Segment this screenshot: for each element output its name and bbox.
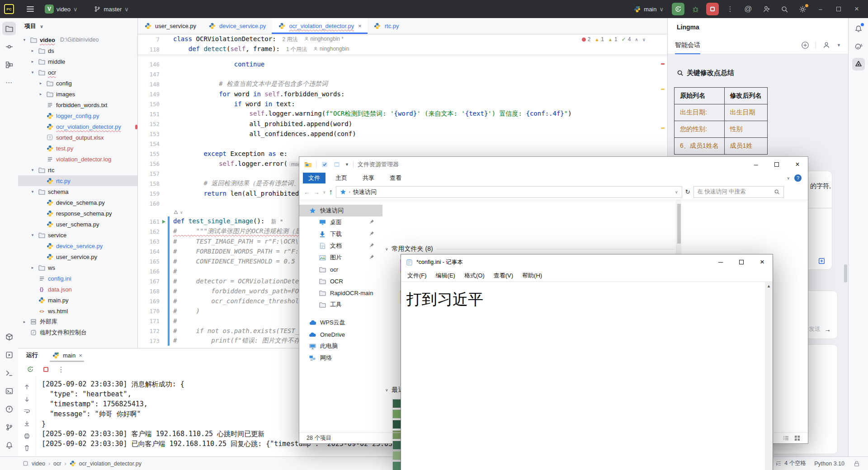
sidebar-item-图片[interactable]: 图片 (299, 252, 382, 263)
chevron-icon[interactable]: ▾ (30, 233, 35, 237)
commit-icon[interactable] (2, 40, 16, 53)
tree-item-device-schema-py[interactable]: device_schema.py (18, 197, 137, 208)
author-annotation[interactable]: ninghongbin * (304, 36, 344, 42)
chevron-icon[interactable]: ▸ (38, 81, 43, 85)
structure-icon[interactable] (2, 58, 16, 71)
properties-check-icon[interactable] (321, 160, 329, 169)
explorer-minimize-button[interactable]: ─ (745, 157, 766, 172)
clear-console-icon[interactable] (23, 444, 31, 452)
sidebar-item-网络[interactable]: 网络 (299, 352, 382, 364)
close-icon[interactable]: × (358, 23, 362, 29)
maximize-button[interactable] (832, 2, 845, 16)
interpreter-widget[interactable]: Python 3.10 (814, 461, 844, 467)
notepad-title-bar[interactable]: *config.ini - 记事本 ─ × (401, 254, 773, 270)
version-control-icon[interactable] (2, 420, 16, 434)
notepad-close-button[interactable]: × (752, 254, 773, 270)
soft-wrap-icon[interactable] (23, 407, 31, 415)
chevron-icon[interactable]: ▸ (38, 92, 43, 96)
stop-icon[interactable] (42, 365, 50, 373)
sidebar-item-ocr[interactable]: OCR (299, 275, 382, 287)
notepad-scrollbar[interactable]: ▲ (765, 282, 773, 470)
tree-item-response-schema-py[interactable]: response_schema.py (18, 208, 137, 219)
debug-button[interactable] (689, 3, 702, 15)
chevron-icon[interactable]: ▾ (30, 168, 35, 172)
breadcrumb-item-ocr-violation-detector-py[interactable]: ocr_violation_detector.py (79, 461, 142, 467)
tree-item-test-py[interactable]: test.py (18, 143, 137, 154)
ribbon-tab-文件[interactable]: 文件 (303, 173, 326, 183)
close-icon[interactable]: × (79, 352, 82, 359)
explorer-maximize-button[interactable] (766, 157, 787, 172)
explorer-close-button[interactable]: × (787, 157, 808, 172)
prev-issue-icon[interactable]: ∧ (635, 37, 638, 42)
add-user-icon[interactable] (760, 2, 773, 16)
breadcrumb-item-video[interactable]: video (32, 461, 45, 467)
services-icon[interactable] (2, 348, 16, 362)
chevron-icon[interactable]: ▾ (30, 70, 35, 75)
up-icon[interactable]: ↑ (329, 188, 333, 196)
tree-item-data-json[interactable]: {}data.json (18, 284, 137, 295)
collapse-section-icon[interactable]: ∨ (385, 388, 388, 392)
ribbon-tab-查看[interactable]: 查看 (384, 173, 407, 183)
new-chat-icon[interactable] (801, 41, 809, 49)
breadcrumb-item-ocr[interactable]: ocr (53, 461, 61, 467)
sticky-line[interactable]: 118 def detect(self, frame):1 个用法ninghon… (138, 44, 667, 54)
problems-icon[interactable] (2, 402, 16, 416)
sidebar-item-rapidocr-main[interactable]: RapidOCR-main (299, 287, 382, 299)
sidebar-item-下载[interactable]: 下载 (299, 228, 382, 240)
sidebar-item-文档[interactable]: 文档 (299, 240, 382, 252)
tree-item-rtc-py[interactable]: rtc.py (18, 175, 137, 186)
chevron-icon[interactable]: ▸ (30, 48, 35, 53)
sidebar-item-工具[interactable]: 工具 (299, 299, 382, 310)
menu-文件-f[interactable]: 文件(F) (404, 270, 430, 281)
notifications-icon[interactable] (2, 438, 16, 452)
tree-item-config-ini[interactable]: config.ini (18, 273, 137, 284)
packages-icon[interactable] (2, 330, 16, 343)
stop-button[interactable] (706, 3, 719, 15)
explorer-title-bar[interactable]: ▼ 文件资源管理器 ─ × (299, 157, 808, 172)
forward-icon[interactable]: → (313, 188, 320, 196)
tree-item-service[interactable]: ▾service (18, 230, 137, 240)
tree-item-user-service-py[interactable]: user_service.py (18, 251, 137, 262)
run-line-icon[interactable] (160, 219, 168, 224)
send-arrow-icon[interactable]: → (824, 325, 831, 333)
chevron-icon[interactable]: ▾ (22, 38, 27, 42)
usage-hint[interactable]: 1 个用法 (286, 46, 307, 53)
help-icon[interactable]: ? (794, 174, 802, 182)
scroll-up-icon[interactable]: ▲ (765, 282, 773, 290)
code-line[interactable]: 152 all_prohibited.append(word) (138, 119, 667, 129)
rerun-icon[interactable] (26, 365, 34, 373)
tree-item-sorted-output-xlsx[interactable]: ?sorted_output.xlsx (18, 132, 137, 143)
tree-item-ws-html[interactable]: <>ws.html (18, 306, 137, 316)
code-line[interactable]: 154 (138, 139, 667, 149)
code-line[interactable]: 153 all_confidences.append(conf) (138, 129, 667, 139)
ribbon-tab-共享[interactable]: 共享 (357, 173, 380, 183)
tree-item-临时文件和控制台[interactable]: 临时文件和控制台 (18, 327, 137, 338)
new-folder-icon[interactable] (333, 160, 341, 169)
chevron-down-icon[interactable]: ▼ (837, 43, 841, 47)
more-actions-icon[interactable]: ⋮ (723, 2, 737, 16)
code-line[interactable]: 150 if word in text: (138, 99, 667, 109)
run-config-selector[interactable]: main ∨ (629, 3, 667, 15)
address-dropdown-icon[interactable]: ∨ (675, 190, 678, 194)
project-folder-icon[interactable] (2, 22, 16, 35)
chevron-icon[interactable]: ▸ (30, 59, 35, 64)
sidebar-item-ocr[interactable]: ocr (299, 263, 382, 275)
menu-帮助-h[interactable]: 帮助(H) (519, 270, 546, 281)
notifications-bell-icon[interactable] (852, 23, 865, 35)
tree-item-forbidden-words-txt[interactable]: forbidden_words.txt (18, 99, 137, 110)
chevron-down-icon[interactable]: ∨ (39, 24, 44, 29)
refresh-icon[interactable]: ↻ (685, 188, 690, 195)
history-dropdown-icon[interactable]: ∨ (323, 190, 326, 194)
scroll-to-end-icon[interactable] (23, 419, 31, 428)
tree-item-config[interactable]: ▸config (18, 78, 137, 89)
tree-item-device-service-py[interactable]: device_service.py (18, 240, 137, 251)
menu-编辑-e[interactable]: 编辑(E) (432, 270, 459, 281)
tree-item-images[interactable]: ▸images (18, 89, 137, 99)
chevron-icon[interactable]: ▾ (30, 189, 35, 194)
minimize-button[interactable]: − (814, 2, 827, 16)
tree-item-外部库[interactable]: ▸外部库 (18, 316, 137, 327)
tree-item-user-schema-py[interactable]: user_schema.py (18, 219, 137, 230)
editor-tab-user-service-py[interactable]: user_service.py (138, 18, 202, 34)
tree-item-ws[interactable]: ▸ws (18, 262, 137, 273)
insert-code-icon[interactable] (817, 257, 826, 265)
